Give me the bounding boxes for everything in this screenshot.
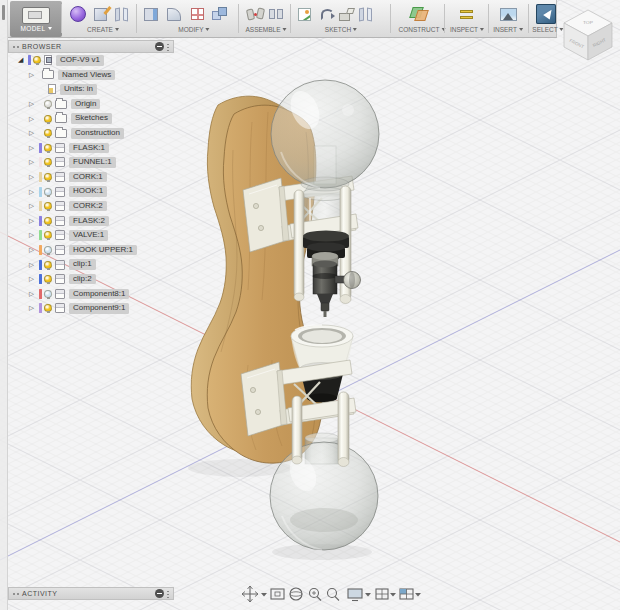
browser-item-origin[interactable]: Origin: [8, 97, 198, 112]
browser-item-construction[interactable]: Construction: [8, 126, 198, 141]
browser-item-funnel-1[interactable]: FUNNEL:1: [8, 155, 198, 170]
browser-item-flask-2[interactable]: FLASK:2: [8, 214, 198, 229]
display-settings-icon[interactable]: [348, 589, 371, 601]
joint-button[interactable]: [244, 3, 266, 25]
browser-item-cork-1[interactable]: CORK:1: [8, 170, 198, 185]
combine-button[interactable]: [209, 3, 231, 25]
create-form-button[interactable]: [67, 3, 89, 25]
expander-icon[interactable]: [29, 231, 39, 239]
visibility-bulb-icon[interactable]: [44, 290, 52, 298]
item-label[interactable]: Construction: [71, 128, 124, 139]
browser-item-units[interactable]: Units: in: [8, 82, 198, 97]
data-panel-handle[interactable]: [0, 0, 8, 610]
browser-item-clip-1[interactable]: clip:1: [8, 257, 198, 272]
inspect-menu[interactable]: INSPECT: [450, 26, 484, 33]
expander-icon[interactable]: [29, 275, 39, 283]
visibility-bulb-icon[interactable]: [33, 56, 41, 64]
create-sketch-button[interactable]: [293, 3, 315, 25]
sketch-menu[interactable]: SKETCH: [325, 26, 357, 33]
fit-view-icon[interactable]: [271, 589, 284, 599]
expander-icon[interactable]: [29, 71, 39, 79]
item-label[interactable]: HOOK:1: [69, 186, 107, 197]
panel-resize-grip[interactable]: [167, 43, 169, 51]
expander-icon[interactable]: [18, 56, 28, 64]
expander-icon[interactable]: [29, 129, 39, 137]
browser-header[interactable]: BROWSER: [8, 40, 174, 53]
expander-icon[interactable]: [29, 246, 39, 254]
item-label[interactable]: COF-V9 v1: [56, 55, 104, 66]
browser-item-component9-1[interactable]: Component9:1: [8, 301, 198, 316]
item-label[interactable]: FUNNEL:1: [69, 157, 116, 168]
item-label[interactable]: Component9:1: [69, 303, 129, 314]
item-label[interactable]: clip:1: [69, 259, 96, 270]
view-cube[interactable]: TOP FRONT RIGHT: [556, 2, 618, 66]
create-box-button[interactable]: [89, 3, 111, 25]
modify-menu[interactable]: MODIFY: [178, 26, 209, 33]
shell-button[interactable]: [186, 3, 208, 25]
visibility-bulb-icon[interactable]: [44, 100, 52, 108]
viewports-icon[interactable]: [400, 589, 421, 599]
item-label[interactable]: Origin: [71, 99, 100, 110]
visibility-bulb-icon[interactable]: [44, 217, 52, 225]
press-pull-button[interactable]: [140, 3, 162, 25]
browser-item-clip-2[interactable]: clip:2: [8, 272, 198, 287]
orbit-icon[interactable]: [290, 588, 302, 600]
expander-icon[interactable]: [29, 261, 39, 269]
expander-icon[interactable]: [29, 304, 39, 312]
visibility-bulb-icon[interactable]: [44, 231, 52, 239]
panel-resize-grip[interactable]: [167, 590, 169, 598]
rigid-group-button[interactable]: [265, 3, 287, 25]
grid-layout-icon[interactable]: [376, 589, 396, 599]
visibility-bulb-icon[interactable]: [44, 202, 52, 210]
expander-icon[interactable]: [29, 173, 39, 181]
visibility-bulb-icon[interactable]: [44, 304, 52, 312]
insert-image-button[interactable]: [497, 3, 519, 25]
browser-item-named-views[interactable]: Named Views: [8, 68, 198, 83]
visibility-bulb-icon[interactable]: [44, 158, 52, 166]
expander-icon[interactable]: [29, 100, 39, 108]
expander-icon[interactable]: [29, 158, 39, 166]
sketch-mirror-button[interactable]: [354, 3, 376, 25]
browser-item-flask-1[interactable]: FLASK:1: [8, 141, 198, 156]
visibility-bulb-icon[interactable]: [44, 188, 52, 196]
measure-button[interactable]: [455, 3, 477, 25]
construct-plane-button[interactable]: [408, 3, 430, 25]
item-label[interactable]: Component8:1: [69, 289, 129, 300]
visibility-bulb-icon[interactable]: [44, 144, 52, 152]
item-label[interactable]: Sketches: [71, 113, 112, 124]
expander-icon[interactable]: [29, 115, 39, 123]
browser-item-hook-upper-1[interactable]: HOOK UPPER:1: [8, 243, 198, 258]
construct-menu[interactable]: CONSTRUCT: [399, 26, 446, 33]
fillet-button[interactable]: [163, 3, 185, 25]
expander-icon[interactable]: [29, 217, 39, 225]
look-at-icon[interactable]: [310, 589, 322, 601]
create-mirror-button[interactable]: [110, 3, 132, 25]
visibility-bulb-icon[interactable]: [44, 261, 52, 269]
browser-item-root[interactable]: COF-V9 v1: [8, 53, 198, 68]
item-label[interactable]: VALVE:1: [69, 230, 108, 241]
visibility-bulb-icon[interactable]: [44, 173, 52, 181]
item-label[interactable]: CORK:1: [69, 172, 107, 183]
browser-item-sketches[interactable]: Sketches: [8, 111, 198, 126]
insert-menu[interactable]: INSERT: [493, 26, 523, 33]
item-label[interactable]: FLASK:2: [69, 216, 109, 227]
browser-item-cork-2[interactable]: CORK:2: [8, 199, 198, 214]
item-label[interactable]: clip:2: [69, 274, 96, 285]
create-menu[interactable]: CREATE: [87, 26, 119, 33]
visibility-bulb-icon[interactable]: [44, 246, 52, 254]
browser-item-hook-1[interactable]: HOOK:1: [8, 184, 198, 199]
pan-icon[interactable]: [242, 586, 267, 602]
workspace-selector[interactable]: MODEL: [10, 1, 62, 37]
item-label[interactable]: HOOK UPPER:1: [69, 245, 137, 256]
visibility-bulb-icon[interactable]: [44, 115, 52, 123]
assemble-menu[interactable]: ASSEMBLE: [245, 26, 286, 33]
expander-icon[interactable]: [29, 188, 39, 196]
item-label[interactable]: Named Views: [58, 70, 115, 81]
zoom-icon[interactable]: [328, 589, 340, 601]
expander-icon[interactable]: [29, 144, 39, 152]
data-panel-grip-icon[interactable]: [2, 5, 5, 20]
item-label[interactable]: CORK:2: [69, 201, 107, 212]
visibility-bulb-icon[interactable]: [44, 275, 52, 283]
item-label[interactable]: FLASK:1: [69, 143, 109, 154]
activity-collapse-button[interactable]: [155, 589, 164, 598]
